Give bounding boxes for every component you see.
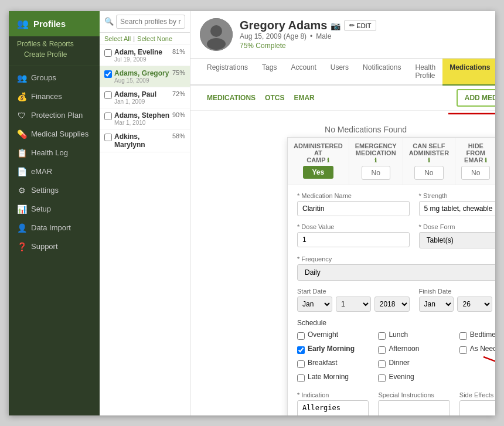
schedule-bedtime-checkbox[interactable]	[459, 332, 467, 340]
tab-notifications[interactable]: Notifications	[356, 59, 408, 86]
form-group-medication-name: * Medication Name	[297, 192, 410, 216]
subtab-emar[interactable]: EMAR	[294, 94, 314, 102]
tab-account[interactable]: Account	[284, 59, 323, 86]
sidebar-item-settings[interactable]: ⚙ Settings	[9, 181, 100, 200]
select-none-link[interactable]: Select None	[137, 35, 172, 42]
emar-icon: 📄	[17, 167, 26, 176]
list-item[interactable]: Adkins, Marylynn 58%	[100, 129, 190, 152]
info-icon-camp[interactable]: ℹ	[327, 157, 329, 163]
tab-registrations[interactable]: Registrations	[200, 59, 255, 86]
select-all-link[interactable]: Select All	[104, 35, 131, 42]
info-icon-emergency[interactable]: ℹ	[374, 157, 377, 163]
profile-date-0: Jul 19, 2009	[114, 56, 170, 63]
schedule-dinner-checkbox[interactable]	[378, 360, 386, 368]
profile-checkbox-0[interactable]	[104, 49, 112, 57]
list-item[interactable]: Adams, Gregory Aug 15, 2009 75%	[100, 66, 190, 87]
strength-input[interactable]	[419, 201, 495, 216]
schedule-grid: Overnight Lunch Bedtime	[297, 330, 495, 384]
medication-name-input[interactable]	[297, 201, 410, 216]
subtab-medications[interactable]: MEDICATIONS	[207, 94, 256, 102]
schedule-bedtime: Bedtime	[459, 330, 495, 342]
schedule-breakfast: Breakfast	[297, 359, 369, 370]
profile-sub: Aug 15, 2009 (Age 8) • Male	[240, 32, 376, 40]
search-input[interactable]	[116, 15, 185, 29]
schedule-late-morning-checkbox[interactable]	[297, 374, 305, 382]
schedule-as-needed-checkbox[interactable]	[459, 346, 467, 354]
toggle-no-self-administer[interactable]: No	[414, 166, 443, 180]
schedule-afternoon-checkbox[interactable]	[378, 346, 386, 354]
tab-medications[interactable]: Medications	[442, 59, 495, 86]
indication-textarea[interactable]: Allergies	[297, 400, 369, 415]
tab-tags[interactable]: Tags	[255, 59, 284, 86]
dose-value-input[interactable]	[297, 232, 410, 247]
side-effects-textarea[interactable]	[459, 400, 495, 415]
dose-form-select[interactable]: Tablet(s) Capsule(s) Liquid Patch	[419, 232, 495, 248]
list-item[interactable]: Adams, Stephen Mar 1, 2010 90%	[100, 108, 190, 129]
data-import-label: Data Import	[31, 223, 71, 232]
sidebar-item-setup[interactable]: 📊 Setup	[9, 200, 100, 219]
special-instructions-textarea[interactable]	[378, 400, 449, 415]
sidebar-item-finances[interactable]: 💰 Finances	[9, 87, 100, 106]
schedule-evening-checkbox[interactable]	[378, 374, 386, 382]
schedule-overnight: Overnight	[297, 330, 369, 342]
toggle-yes-camp[interactable]: Yes	[303, 166, 334, 179]
sidebar-item-create-profile[interactable]: Create Profile	[9, 49, 100, 63]
profile-gender: Male	[316, 32, 331, 40]
toggle-no-hide-emar[interactable]: No	[461, 166, 490, 180]
sidebar-item-health-log[interactable]: 📋 Health Log	[9, 144, 100, 162]
edit-button[interactable]: ✏ EDIT	[344, 20, 376, 31]
sidebar-item-data-import[interactable]: 👤 Data Import	[9, 219, 100, 237]
profile-checkbox-2[interactable]	[104, 91, 112, 99]
side-effects-label: Side Effects	[459, 391, 495, 398]
medical-supplies-label: Medical Supplies	[31, 129, 88, 138]
sidebar-item-medical-supplies[interactable]: 💊 Medical Supplies	[9, 125, 100, 144]
profile-checkbox-4[interactable]	[104, 134, 112, 141]
finish-date-label: Finish Date	[419, 288, 495, 295]
profile-checkbox-3[interactable]	[104, 113, 112, 120]
form-group-indication: * Indication Allergies	[297, 391, 369, 415]
start-day-select[interactable]: 12510152025	[336, 297, 371, 312]
schedule-lunch: Lunch	[378, 330, 449, 342]
camera-icon: 📷	[331, 21, 340, 30]
sidebar-item-profiles-reports[interactable]: Profiles & Reports	[9, 36, 100, 49]
tab-health-profile[interactable]: Health Profile	[408, 59, 442, 86]
groups-icon: 👥	[17, 73, 26, 83]
svg-point-2	[207, 38, 226, 50]
info-icon-hide-emar[interactable]: ℹ	[485, 157, 487, 163]
schedule-label: Schedule	[297, 319, 495, 327]
frequency-label: * Frequency	[297, 255, 495, 263]
profile-checkbox-1[interactable]	[104, 70, 112, 78]
start-month-select[interactable]: JanFebMarApr MayJunJulAug SepOctNovDec	[297, 297, 332, 312]
start-year-select[interactable]: 201820172019	[374, 297, 410, 312]
schedule-overnight-checkbox[interactable]	[297, 332, 305, 340]
finish-day-select[interactable]: 151015202526	[457, 297, 492, 312]
finances-label: Finances	[31, 92, 62, 101]
groups-label: Groups	[31, 73, 56, 82]
subtab-otcs[interactable]: OTCS	[265, 94, 284, 102]
tab-users[interactable]: Users	[323, 59, 356, 86]
form-row-dates: Start Date JanFebMarApr MayJunJulAug Sep…	[297, 288, 495, 312]
settings-icon: ⚙	[17, 186, 26, 195]
schedule-evening: Evening	[378, 373, 449, 384]
profiles-reports-label: Profiles & Reports	[17, 40, 74, 48]
sidebar-item-emar[interactable]: 📄 eMAR	[9, 162, 100, 181]
schedule-lunch-checkbox[interactable]	[378, 332, 386, 340]
add-medication-button[interactable]: ADD MEDICATION	[457, 89, 495, 107]
list-item[interactable]: Adam, Eveline Jul 19, 2009 81%	[100, 45, 190, 66]
list-item[interactable]: Adams, Paul Jan 1, 2009 72%	[100, 87, 190, 108]
dose-form-label: * Dose Form	[419, 223, 495, 230]
sidebar-item-protection-plan[interactable]: 🛡 Protection Plan	[9, 106, 100, 125]
schedule-dinner: Dinner	[378, 359, 449, 370]
schedule-breakfast-checkbox[interactable]	[297, 360, 305, 368]
schedule-empty	[459, 359, 495, 370]
toggle-no-emergency[interactable]: No	[362, 166, 390, 180]
sidebar-item-groups[interactable]: 👥 Groups	[9, 69, 100, 87]
frequency-select[interactable]: Daily Twice Daily Three Times Daily As N…	[297, 264, 495, 281]
schedule-early-morning-checkbox[interactable]	[297, 346, 305, 354]
profile-info: Gregory Adams 📷 ✏ EDIT Aug 15, 2009 (Age…	[240, 19, 376, 50]
finish-month-select[interactable]: JanFebMarApr MayJunJulAug SepOctNovDec	[419, 297, 454, 312]
form-group-strength: * Strength	[419, 192, 495, 216]
sidebar-item-support[interactable]: ❓ Support	[9, 237, 100, 256]
info-icon-self-administer[interactable]: ℹ	[428, 157, 430, 163]
profile-pct-0: 81%	[172, 48, 185, 55]
